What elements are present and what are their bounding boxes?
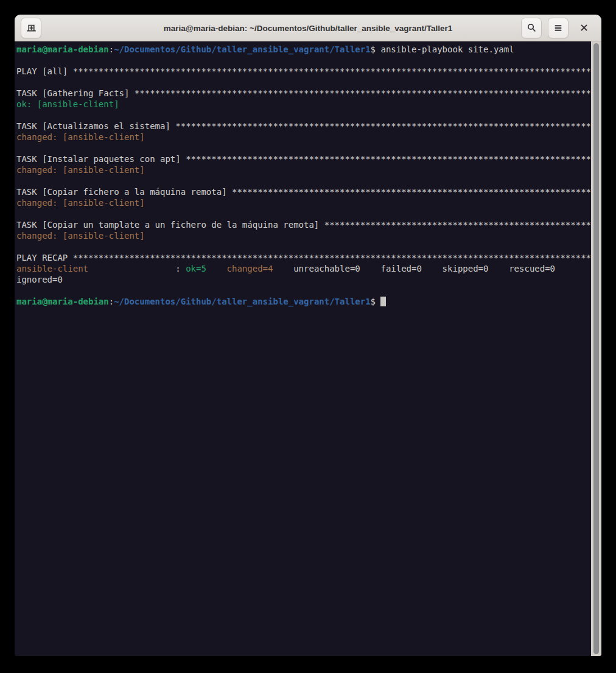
- titlebar[interactable]: maria@maria-debian: ~/Documentos/Github/…: [15, 15, 601, 41]
- terminal-text-segment: $ ansible-playbook site.yaml: [371, 44, 514, 54]
- scrollbar-thumb[interactable]: [593, 43, 599, 654]
- terminal-line: TASK [Instalar paquetes con apt] *******…: [16, 153, 591, 164]
- search-button[interactable]: [521, 18, 542, 38]
- terminal-line: maria@maria-debian:~/Documentos/Github/t…: [16, 44, 591, 55]
- terminal-text-segment: TASK [Copiar fichero a la máquina remota…: [16, 187, 591, 197]
- terminal-text-segment: :: [109, 297, 114, 306]
- terminal-line: [16, 241, 591, 252]
- cursor: [380, 297, 385, 306]
- terminal-line: TASK [Actualizamos el sistema] *********…: [16, 121, 591, 132]
- terminal-line: changed: [ansible-client]: [16, 230, 591, 241]
- terminal-line: changed: [ansible-client]: [16, 132, 591, 143]
- terminal-text-segment: ok=5: [186, 264, 206, 273]
- terminal-text-segment: $: [371, 297, 381, 306]
- terminal-line: changed: [ansible-client]: [16, 197, 591, 208]
- terminal-text-segment: ok: [ansible-client]: [16, 99, 119, 109]
- terminal-window: maria@maria-debian: ~/Documentos/Github/…: [15, 15, 601, 656]
- terminal-text-segment: ansible-client: [16, 264, 88, 273]
- terminal-text-segment: changed: [ansible-client]: [16, 165, 145, 175]
- terminal-text-segment: unreachable=0 failed=0 skipped=0 rescued…: [273, 264, 555, 273]
- terminal-line: TASK [Gathering Facts] *****************…: [16, 88, 591, 99]
- terminal-line: [16, 110, 591, 121]
- terminal-text-segment: changed: [ansible-client]: [16, 231, 145, 241]
- terminal-line: PLAY RECAP *****************************…: [16, 252, 591, 263]
- new-tab-button[interactable]: [21, 18, 41, 38]
- terminal-line: [16, 285, 591, 296]
- tab-new-icon: [26, 23, 37, 33]
- terminal-text-segment: changed=4: [227, 264, 273, 273]
- hamburger-menu-icon: [553, 23, 563, 33]
- terminal-line: changed: [ansible-client]: [16, 164, 591, 175]
- terminal-line: [16, 175, 591, 186]
- terminal-line: ok: [ansible-client]: [16, 99, 591, 110]
- terminal-text-segment: TASK [Copiar un tamplate a un fichero de…: [16, 220, 591, 230]
- terminal-line: TASK [Copiar un tamplate a un fichero de…: [16, 219, 591, 230]
- terminal-line: TASK [Copiar fichero a la máquina remota…: [16, 186, 591, 197]
- terminal-text-segment: maria@maria-debian: [16, 297, 109, 306]
- terminal-line: [16, 143, 591, 153]
- terminal-text-segment: ~/Documentos/Github/taller_ansible_vagra…: [114, 297, 370, 306]
- terminal-text-segment: changed: [ansible-client]: [16, 132, 145, 142]
- terminal-text-segment: :: [88, 264, 186, 273]
- terminal-text-segment: changed: [ansible-client]: [16, 198, 145, 208]
- window-title: maria@maria-debian: ~/Documentos/Github/…: [164, 23, 453, 32]
- terminal-line: [16, 55, 591, 66]
- terminal-text-segment: TASK [Instalar paquetes con apt] *******…: [16, 154, 591, 164]
- close-button[interactable]: [575, 19, 593, 37]
- terminal-line: PLAY [all] *****************************…: [16, 66, 591, 77]
- terminal-text-segment: TASK [Gathering Facts] *****************…: [16, 88, 591, 98]
- terminal-text-segment: :: [109, 44, 114, 54]
- terminal-text-segment: ignored=0: [16, 275, 63, 284]
- terminal-text-segment: [206, 264, 227, 273]
- search-icon: [527, 23, 537, 33]
- terminal-line: [16, 208, 591, 219]
- terminal-output: maria@maria-debian:~/Documentos/Github/t…: [15, 41, 591, 656]
- scrollbar[interactable]: [591, 41, 601, 656]
- terminal-line: [16, 77, 591, 88]
- terminal-text-segment: PLAY RECAP *****************************…: [16, 253, 591, 263]
- terminal-line: maria@maria-debian:~/Documentos/Github/t…: [16, 296, 591, 307]
- terminal-text-segment: PLAY [all] *****************************…: [16, 66, 591, 76]
- terminal-text-segment: ~/Documentos/Github/taller_ansible_vagra…: [114, 44, 370, 54]
- menu-button[interactable]: [548, 18, 569, 38]
- close-icon: [579, 23, 589, 32]
- terminal-line: ansible-client : ok=5 changed=4 unreacha…: [16, 263, 591, 274]
- terminal-text-segment: maria@maria-debian: [16, 44, 109, 54]
- terminal-line: ignored=0: [16, 274, 591, 285]
- terminal-screen[interactable]: maria@maria-debian:~/Documentos/Github/t…: [15, 41, 601, 656]
- terminal-text-segment: TASK [Actualizamos el sistema] *********…: [16, 121, 591, 131]
